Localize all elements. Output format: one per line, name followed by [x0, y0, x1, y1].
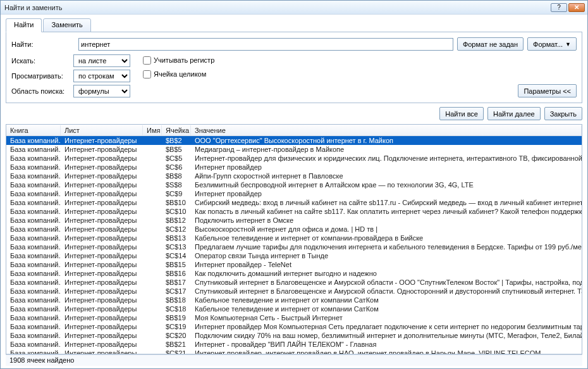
header-name[interactable]: Имя [143, 125, 162, 135]
whole-cell-label: Ячейка целиком [154, 70, 206, 78]
find-panel: Найти: Формат не задан Формат... ▼ Искат… [6, 32, 582, 103]
table-row[interactable]: База компаний.xlsxИнтернет-провайдеры$B$… [6, 260, 582, 269]
cell-name [143, 216, 162, 225]
cell-book: База компаний.xlsx [6, 287, 61, 296]
header-cell[interactable]: Ячейка [162, 125, 191, 135]
cell-cell: $B$8 [162, 172, 191, 180]
cell-cell: $C$17 [162, 287, 191, 296]
find-next-button[interactable]: Найти далее [487, 107, 541, 120]
cell-value: Интернет провайдер [191, 163, 582, 172]
table-row[interactable]: База компаний.xlsxИнтернет-провайдеры$B$… [6, 269, 582, 278]
match-case-option[interactable]: Учитывать регистр [143, 54, 214, 66]
cell-sheet: Интернет-провайдеры [61, 189, 143, 198]
cell-name [143, 322, 162, 331]
cell-sheet: Интернет-провайдеры [61, 136, 143, 145]
cell-cell: $B$17 [162, 278, 191, 287]
tab-find[interactable]: Найти [6, 18, 42, 32]
titlebar[interactable]: Найти и заменить ? ✕ [1, 1, 587, 15]
format-menu-button[interactable]: Формат... ▼ [527, 37, 577, 51]
cell-value: Подключить интернет в Омске [191, 216, 582, 225]
table-row[interactable]: База компаний.xlsxИнтернет-провайдеры$C$… [6, 242, 582, 251]
table-row[interactable]: База компаний.xlsxИнтернет-провайдеры$B$… [6, 136, 582, 145]
cell-book: База компаний.xlsx [6, 296, 61, 304]
cell-name [143, 136, 162, 145]
help-button[interactable]: ? [551, 3, 567, 12]
look-by-select[interactable]: по строкам [73, 70, 130, 82]
match-case-checkbox[interactable] [143, 56, 151, 65]
find-input[interactable] [78, 38, 453, 51]
table-row[interactable]: База компаний.xlsxИнтернет-провайдеры$B$… [6, 198, 582, 207]
cell-name [143, 251, 162, 260]
header-book[interactable]: Книга [6, 125, 61, 135]
window-title: Найти и заменить [4, 4, 551, 11]
table-row[interactable]: База компаний.xlsxИнтернет-провайдеры$C$… [6, 331, 582, 340]
search-in-label: Искать: [11, 57, 70, 65]
cell-cell: $B$16 [162, 269, 191, 278]
table-row[interactable]: База компаний.xlsxИнтернет-провайдеры$B$… [6, 216, 582, 225]
table-row[interactable]: База компаний.xlsxИнтернет-провайдеры$C$… [6, 163, 582, 172]
close-button[interactable]: Закрыть [544, 107, 582, 120]
cell-cell: $C$13 [162, 242, 191, 251]
whole-cell-checkbox[interactable] [143, 70, 151, 78]
cell-sheet: Интернет-провайдеры [61, 234, 143, 242]
table-row[interactable]: База компаний.xlsxИнтернет-провайдеры$B$… [6, 313, 582, 322]
cell-value: Предлагаем лучшие тарифы для подключения… [191, 242, 582, 251]
cell-value: Как попасть в личный кабинет на сайте sb… [191, 207, 582, 216]
cell-value: ООО "Оргтехсервис" Высокоскоростной инте… [191, 136, 582, 145]
table-row[interactable]: База компаний.xlsxИнтернет-провайдеры$C$… [6, 154, 582, 163]
table-row[interactable]: База компаний.xlsxИнтернет-провайдеры$B$… [6, 172, 582, 180]
cell-value: Интернет провайдер Моя Компьютерная Сеть… [191, 322, 582, 331]
cell-book: База компаний.xlsx [6, 234, 61, 242]
table-row[interactable]: База компаний.xlsxИнтернет-провайдеры$C$… [6, 207, 582, 216]
cell-sheet: Интернет-провайдеры [61, 322, 143, 331]
params-toggle-button[interactable]: Параметры << [518, 84, 577, 97]
table-row[interactable]: База компаний.xlsxИнтернет-провайдеры$C$… [6, 349, 582, 354]
cell-name [143, 154, 162, 163]
cell-value: Кабельное телевидение и интернет от комп… [191, 296, 582, 304]
table-row[interactable]: База компаний.xlsxИнтернет-провайдеры$B$… [6, 234, 582, 242]
cell-value: Сибирский медведь: вход в личный кабинет… [191, 198, 582, 207]
cell-sheet: Интернет-провайдеры [61, 349, 143, 354]
whole-cell-option[interactable]: Ячейка целиком [143, 68, 214, 80]
cell-value: Оператор связи Тында интернет в Тынде [191, 251, 582, 260]
cell-name [143, 313, 162, 322]
table-row[interactable]: База компаний.xlsxИнтернет-провайдеры$C$… [6, 322, 582, 331]
cell-name [143, 198, 162, 207]
close-window-button[interactable]: ✕ [568, 3, 585, 12]
cell-cell: $C$9 [162, 189, 191, 198]
table-row[interactable]: База компаний.xlsxИнтернет-провайдеры$B$… [6, 296, 582, 304]
cell-value: Кабельное телевидение и интернет от комп… [191, 304, 582, 313]
table-row[interactable]: База компаний.xlsxИнтернет-провайдеры$C$… [6, 304, 582, 313]
search-in-select[interactable]: на листе [73, 54, 130, 67]
cell-sheet: Интернет-провайдеры [61, 145, 143, 154]
header-value[interactable]: Значение [191, 125, 582, 135]
cell-cell: $B$18 [162, 296, 191, 304]
table-row[interactable]: База компаний.xlsxИнтернет-провайдеры$C$… [6, 225, 582, 234]
tab-replace[interactable]: Заменить [43, 18, 90, 32]
header-sheet[interactable]: Лист [61, 125, 143, 135]
find-all-button[interactable]: Найти все [439, 107, 484, 120]
cell-name [143, 349, 162, 354]
cell-sheet: Интернет-провайдеры [61, 242, 143, 251]
cell-value: Спутниковый интернет в Благовещенске и А… [191, 287, 582, 296]
cell-book: База компаний.xlsx [6, 322, 61, 331]
table-row[interactable]: База компаний.xlsxИнтернет-провайдеры$B$… [6, 145, 582, 154]
results-body[interactable]: База компаний.xlsxИнтернет-провайдеры$B$… [6, 136, 582, 354]
table-row[interactable]: База компаний.xlsxИнтернет-провайдеры$B$… [6, 340, 582, 349]
cell-book: База компаний.xlsx [6, 136, 61, 145]
format-status-button[interactable]: Формат не задан [457, 37, 524, 51]
cell-book: База компаний.xlsx [6, 145, 61, 154]
cell-book: База компаний.xlsx [6, 207, 61, 216]
table-row[interactable]: База компаний.xlsxИнтернет-провайдеры$S$… [6, 180, 582, 189]
cell-book: База компаний.xlsx [6, 216, 61, 225]
table-row[interactable]: База компаний.xlsxИнтернет-провайдеры$C$… [6, 189, 582, 198]
table-row[interactable]: База компаний.xlsxИнтернет-провайдеры$C$… [6, 287, 582, 296]
scope-select[interactable]: формулы [73, 85, 130, 97]
table-row[interactable]: База компаний.xlsxИнтернет-провайдеры$B$… [6, 278, 582, 287]
cell-cell: $B$2 [162, 136, 191, 145]
cell-value: Безлимитный беспроводной интернет в Алта… [191, 180, 582, 189]
cell-cell: $C$10 [162, 207, 191, 216]
cell-value: Высокоскоростной интернет для офиса и до… [191, 225, 582, 234]
table-row[interactable]: База компаний.xlsxИнтернет-провайдеры$C$… [6, 251, 582, 260]
cell-cell: $S$8 [162, 180, 191, 189]
